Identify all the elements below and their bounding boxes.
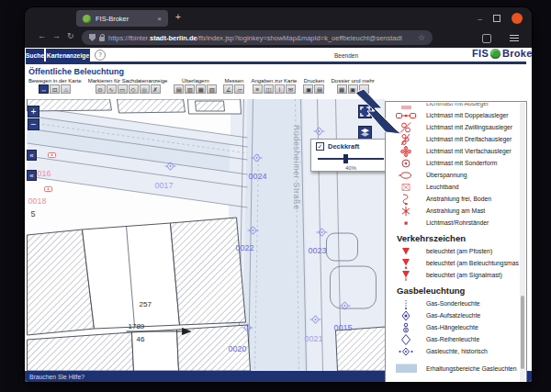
overlay-order-icon[interactable]: ▦ bbox=[196, 84, 206, 94]
legend-item-label: Lichtmast mit Dreifachausleger bbox=[426, 136, 512, 142]
zoom-in-button[interactable]: + bbox=[28, 106, 39, 118]
map-label: 0017 bbox=[155, 181, 174, 190]
overlay-list-icon[interactable]: ▥ bbox=[185, 84, 195, 94]
beenden-link[interactable]: Beenden bbox=[334, 52, 358, 59]
tab-title: FIS-Broker bbox=[96, 15, 152, 23]
lock-icon[interactable] bbox=[99, 37, 105, 41]
browser-titlebar: FIS-Broker × + – □ bbox=[25, 7, 532, 28]
overlay-add-icon[interactable]: ▤ bbox=[174, 84, 184, 94]
gas-historisch-icon bbox=[386, 345, 426, 358]
lamp-zwillingsausleger-icon bbox=[386, 121, 426, 134]
legend-items: Lichtmast mit AuslegerLichtmast mit Dopp… bbox=[386, 103, 519, 382]
legend-item: Gasleuchte, historisch bbox=[386, 345, 519, 357]
minimize-button[interactable]: – bbox=[478, 15, 482, 23]
maximize-button[interactable]: □ bbox=[493, 15, 500, 22]
legend-item-label: Lichtmast mit Vierfachausleger bbox=[426, 148, 512, 154]
tab-suche[interactable]: Suche bbox=[26, 49, 44, 62]
legend-item-label: Gas-Aufsatzleuchte bbox=[426, 312, 480, 319]
toolbar-group-label: Angaben zur Karte bbox=[251, 78, 297, 84]
toolbar-group: Messen∠▱ bbox=[223, 78, 244, 94]
bookmark-star-icon[interactable]: ☆ bbox=[418, 33, 425, 42]
collapse-panel-button[interactable]: « bbox=[27, 150, 37, 161]
url-field[interactable]: https://fbinter.stadt-berlin.de/fb/index… bbox=[82, 30, 433, 45]
select-radius-icon[interactable]: ◎ bbox=[140, 84, 150, 94]
tab-close-icon[interactable]: × bbox=[157, 15, 162, 23]
select-clear-icon[interactable]: ✗ bbox=[151, 84, 161, 94]
map-copy-icon[interactable]: ◫ bbox=[264, 84, 274, 94]
forward-icon[interactable]: → bbox=[52, 31, 61, 40]
zoom-out-button[interactable]: − bbox=[28, 118, 39, 130]
legend-item-label: beleuchtet (am Signalmast) bbox=[426, 272, 502, 278]
save-icon[interactable]: ▣ bbox=[348, 84, 358, 94]
pan-icon[interactable]: ↔ bbox=[39, 84, 49, 94]
url-text: https://fbinter.stadt-berlin.de/fb/index… bbox=[108, 34, 414, 42]
select-polygon-icon[interactable]: ◇ bbox=[129, 84, 139, 94]
map-label: 0024 bbox=[249, 172, 267, 181]
layers-icon[interactable] bbox=[358, 126, 372, 140]
toolbar-groups: Bewegen in der Karte↔⊡⌂Markieren für Sac… bbox=[28, 78, 375, 94]
select-point-icon[interactable]: ⊙ bbox=[96, 84, 106, 94]
print-settings-icon[interactable]: ▤ bbox=[314, 84, 324, 94]
back-icon[interactable]: ← bbox=[38, 31, 46, 40]
gas-aufsatzleuchte-icon bbox=[386, 309, 426, 322]
legend-item-label: Lichtmast mit Zwillingsausleger bbox=[426, 124, 512, 130]
print-icon[interactable]: ▣ bbox=[303, 84, 313, 94]
page-title: Öffentliche Beleuchtung bbox=[28, 67, 124, 76]
legend-item-label: Gasleuchte, historisch bbox=[426, 348, 488, 354]
toolbar-group-label: Überlagern bbox=[182, 78, 209, 84]
header-divider bbox=[26, 62, 526, 64]
map-legend-icon[interactable]: ≡ bbox=[253, 84, 263, 94]
new-tab-button[interactable]: + bbox=[175, 13, 181, 22]
legend-vertical-scrollbar[interactable] bbox=[520, 103, 525, 382]
menu-icon[interactable] bbox=[510, 35, 519, 43]
toolbar-group: Dossier und mehr▦▣… bbox=[331, 78, 374, 94]
toolbar-group: Überlagern▤▥▦▧ bbox=[174, 78, 217, 94]
map-label: 0021 bbox=[305, 334, 323, 343]
collapse-panel-button-2[interactable]: « bbox=[27, 170, 37, 181]
fullscreen-icon[interactable] bbox=[358, 105, 372, 118]
opacity-slider[interactable] bbox=[316, 155, 386, 164]
help-icon[interactable]: ? bbox=[95, 50, 106, 61]
vz-pfosten-icon bbox=[386, 245, 426, 258]
street-name-label: Rüdesheimer Straße bbox=[292, 125, 301, 210]
extensions-icon[interactable] bbox=[482, 34, 491, 43]
legend-item: Gas-Reihenleuchte bbox=[386, 333, 519, 345]
legend-item: Anstrahlung frei, Boden bbox=[386, 193, 519, 205]
map-label: 0018 bbox=[28, 196, 47, 206]
reload-icon[interactable]: ↻ bbox=[67, 31, 74, 40]
measure-area-icon[interactable]: ▱ bbox=[234, 84, 244, 94]
legend-item-label: Überspannung bbox=[426, 172, 467, 178]
schaltkasten-marker bbox=[49, 153, 56, 158]
legend-item-label: Gas-Sonderleuchte bbox=[426, 300, 480, 307]
legend-item-label: Anstrahlung am Mast bbox=[426, 207, 485, 214]
opacity-checkbox[interactable]: ✓ bbox=[316, 142, 324, 151]
browser-window: FIS-Broker × + – □ ← → ↻ https://fbinter… bbox=[25, 7, 532, 382]
anstrahlung-frei-icon bbox=[386, 193, 426, 206]
map-label: 5 bbox=[31, 209, 36, 218]
full-extent-icon[interactable]: ⌂ bbox=[61, 84, 71, 94]
dossier-icon[interactable]: ▦ bbox=[337, 84, 347, 94]
legend-item-label: Gas-Hängeleuchte bbox=[426, 324, 478, 330]
more-icon[interactable]: … bbox=[359, 84, 369, 94]
select-rect-icon[interactable]: ▭ bbox=[118, 84, 128, 94]
slider-handle[interactable] bbox=[343, 154, 348, 163]
select-line-icon[interactable]: ∿ bbox=[107, 84, 117, 94]
map-label: 46 bbox=[137, 335, 145, 343]
measure-distance-icon[interactable]: ∠ bbox=[223, 84, 233, 94]
anstrahlung-mast-icon bbox=[386, 205, 426, 218]
toolbar-group: Angaben zur Karte≡◫i✉ bbox=[251, 78, 297, 94]
legend-item: Überspannung bbox=[386, 169, 519, 181]
browser-tab[interactable]: FIS-Broker × bbox=[76, 10, 168, 27]
legend-item: beleuchtet (am Pfosten) bbox=[386, 245, 519, 257]
opacity-panel: ✓ Deckkraft 40% bbox=[310, 139, 391, 172]
tab-kartenanzeige[interactable]: Kartenanzeige bbox=[46, 49, 90, 62]
legend-panel: Lichtmast mit AuslegerLichtmast mit Dopp… bbox=[385, 101, 527, 382]
zoom-window-icon[interactable]: ⊡ bbox=[50, 84, 60, 94]
map-info-icon[interactable]: i bbox=[275, 84, 285, 94]
map-mail-icon[interactable]: ✉ bbox=[286, 84, 296, 94]
help-link[interactable]: Brauchen Sie Hilfe? bbox=[29, 374, 84, 380]
window-close-button[interactable] bbox=[512, 13, 523, 24]
tracking-shield-icon[interactable] bbox=[89, 34, 96, 41]
fis-broker-logo: FIS Broker bbox=[472, 48, 532, 59]
overlay-info-icon[interactable]: ▧ bbox=[207, 84, 217, 94]
